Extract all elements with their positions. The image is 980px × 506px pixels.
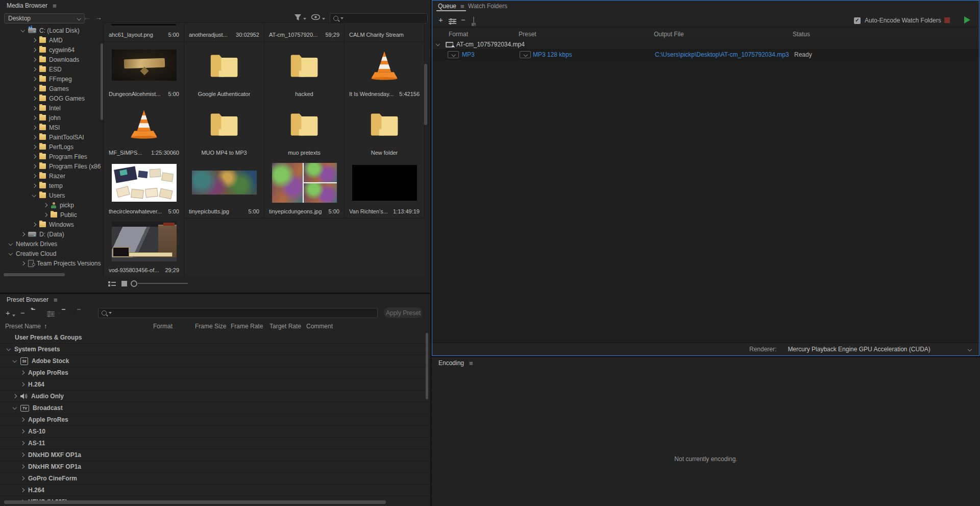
panel-menu-icon[interactable]: ≡ [460,3,464,10]
media-item[interactable]: anotheradjust...30:02952 [184,23,264,42]
tree-item[interactable]: ESD [4,64,101,74]
add-source-button[interactable]: + [438,15,443,25]
chevron-right-icon[interactable] [32,87,36,91]
media-item[interactable]: ahc61_layout.png5:00 [104,23,184,42]
media-item[interactable]: DungeonAlcehmist...5:00 [104,42,184,101]
chevron-right-icon[interactable] [20,441,24,445]
chevron-right-icon[interactable] [32,67,36,71]
tree-horizontal-scrollbar[interactable] [4,273,65,276]
chevron-right-icon[interactable] [32,135,36,139]
tree-item[interactable]: Program Files (x86) [4,161,101,171]
tree-item[interactable]: cygwin64 [4,45,101,55]
chevron-right-icon[interactable] [32,77,36,81]
preset-group-row[interactable]: AS-11 [0,438,430,449]
thumbnail-size-slider-track[interactable] [138,283,188,284]
column-output-file[interactable]: Output File [654,31,684,38]
chevron-right-icon[interactable] [32,174,36,178]
preset-group-row[interactable]: H.264 [0,485,430,496]
chevron-right-icon[interactable] [32,58,36,62]
tree-item[interactable]: Program Files [4,152,101,161]
forward-arrow-button[interactable]: → [95,13,102,22]
preset-group-row[interactable]: Apple ProRes [0,367,430,379]
tree-item[interactable]: FFmpeg [4,74,101,84]
chevron-right-icon[interactable] [21,261,25,266]
tree-item[interactable]: Creative Cloud [4,249,101,258]
tree-item[interactable]: Downloads [4,55,101,64]
panel-menu-icon[interactable]: ≡ [53,3,57,9]
tree-item[interactable]: john [4,113,101,123]
chevron-right-icon[interactable] [20,465,24,469]
media-item[interactable]: muo pretexts [264,101,345,160]
chevron-down-icon[interactable] [21,29,25,33]
chevron-right-icon[interactable] [20,453,24,457]
preset-group-row[interactable]: Apple ProRes [0,414,430,426]
job-format[interactable]: MP3 [462,51,475,58]
tab-watch-folders[interactable]: Watch Folders [468,1,507,12]
tree-item[interactable]: Intel [4,103,101,113]
chevron-down-icon[interactable] [7,347,11,351]
column-format[interactable]: Format [449,31,468,38]
preset-group-row[interactable]: StAdobe Stock [0,355,430,367]
tree-item[interactable]: PaintToolSAI [4,132,101,142]
media-item[interactable]: vod-935803456-of...29;29 [104,218,184,276]
queue-job-row[interactable]: MP3 MP3 128 kbps C:\Users\pickp\Desktop\… [432,50,979,60]
preset-vertical-scrollbar[interactable] [426,333,428,399]
preset-horizontal-scrollbar[interactable] [4,500,386,504]
media-item[interactable]: MUO MP4 to MP3 [184,101,264,160]
column-frame-size[interactable]: Frame Size [195,323,226,330]
tree-item[interactable]: pickp [4,200,101,210]
add-preset-button[interactable]: + [6,308,10,318]
panel-menu-icon[interactable]: ≡ [54,297,58,303]
chevron-right-icon[interactable] [20,418,24,422]
view-eye-icon[interactable] [311,14,320,20]
media-item[interactable]: AT-cm_10757920...59;29 [264,23,345,42]
chevron-right-icon[interactable] [43,213,47,217]
tree-item[interactable]: Razer [4,171,101,181]
tree-item[interactable]: C: (Local Disk) [4,26,101,35]
tree-item[interactable]: MSI [4,123,101,132]
preset-group-row[interactable]: GoPro CineForm [0,473,430,485]
chevron-right-icon[interactable] [32,126,36,130]
media-search-input[interactable] [330,13,428,23]
column-format[interactable]: Format [153,323,173,330]
column-frame-rate[interactable]: Frame Rate [231,323,263,330]
media-item[interactable]: tinyepicdungeons.jpg5:00 [264,159,345,219]
chevron-right-icon[interactable] [32,106,36,110]
chevron-right-icon[interactable] [13,394,17,398]
remove-source-button[interactable]: − [461,15,465,25]
chevron-down-icon[interactable] [9,242,13,246]
tree-item[interactable]: Windows [4,220,101,229]
chevron-right-icon[interactable] [20,476,24,480]
filter-caret-icon[interactable] [303,18,306,20]
preset-group-row[interactable]: AS-10 [0,426,430,438]
queue-source-row[interactable]: AT-cm_1075792034.mp4 [432,40,979,50]
chevron-down-icon[interactable] [968,348,972,352]
tree-item[interactable]: Network Drives [4,239,101,249]
column-status[interactable]: Status [793,31,810,38]
chevron-right-icon[interactable] [32,155,36,159]
filter-icon[interactable] [294,14,302,21]
media-item[interactable]: thecircleorwhatever...5:00 [104,159,184,219]
media-item[interactable]: It Is Wednesday...5:42156 [345,42,425,101]
media-item[interactable]: MF_SIMPS...1:25:30060 [104,101,184,160]
chevron-right-icon[interactable] [43,203,47,207]
preset-group-row[interactable]: Audio Only [0,391,430,402]
stop-queue-button[interactable] [944,17,950,23]
tree-item[interactable]: temp [4,181,101,190]
chevron-down-icon[interactable] [436,42,440,46]
chevron-right-icon[interactable] [32,145,36,149]
format-dropdown[interactable] [448,51,459,58]
back-arrow-button[interactable]: ← [83,13,90,22]
duplicate-icon[interactable] [473,17,474,25]
chevron-down-icon[interactable] [13,406,17,410]
apply-preset-button[interactable]: Apply Preset [384,307,423,318]
media-item[interactable]: hacked [264,42,345,101]
preset-group-row[interactable]: TVBroadcast [0,402,430,414]
preset-group-row[interactable]: User Presets & Groups [0,332,430,344]
chevron-right-icon[interactable] [32,48,36,52]
thumbnail-view-icon[interactable] [121,281,127,286]
column-comment[interactable]: Comment [306,323,333,330]
column-preset-name[interactable]: Preset Name [5,323,41,330]
tree-item[interactable]: D: (Data) [4,229,101,239]
chevron-right-icon[interactable] [20,371,24,375]
